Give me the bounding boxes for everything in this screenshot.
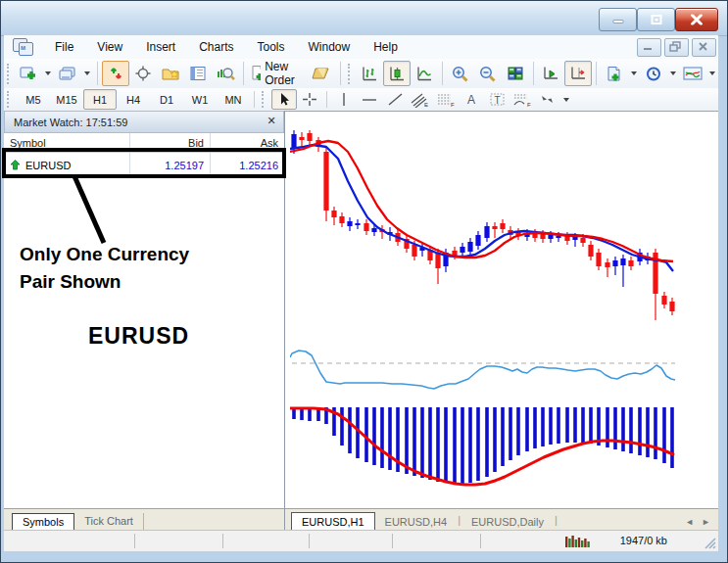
menu-tools[interactable]: Tools bbox=[246, 37, 297, 57]
templates-button[interactable] bbox=[679, 61, 706, 86]
periods-button[interactable] bbox=[640, 61, 667, 86]
menu-bar: ᴍ File View Insert Charts Tools Window H… bbox=[4, 35, 718, 60]
equidistant-channel-icon: E bbox=[411, 92, 430, 108]
trendline-tool-button[interactable] bbox=[382, 89, 408, 110]
mdi-minimize-button[interactable] bbox=[637, 38, 661, 57]
market-watch-toggle-button[interactable] bbox=[102, 61, 129, 86]
navigator-button[interactable] bbox=[157, 61, 184, 86]
indicators-button[interactable] bbox=[601, 61, 628, 86]
crosshair-tool-button[interactable] bbox=[297, 89, 322, 110]
window-minimize-button[interactable] bbox=[599, 8, 637, 31]
navigator-folder-star-icon bbox=[162, 66, 180, 81]
tab-scroll-left-arrow[interactable]: ◄ bbox=[685, 517, 694, 527]
fibonacci-arcs-tool-button[interactable]: F bbox=[510, 89, 535, 110]
bar-chart-type-button[interactable] bbox=[356, 61, 383, 86]
timeframe-mn-button[interactable]: MN bbox=[217, 89, 250, 110]
zoom-in-button[interactable] bbox=[447, 61, 474, 86]
toolbar-grip[interactable] bbox=[348, 64, 353, 84]
periods-dropdown-caret[interactable] bbox=[670, 71, 676, 75]
timeframe-h1-button[interactable]: H1 bbox=[83, 89, 117, 110]
tab-tick-chart[interactable]: Tick Chart bbox=[74, 513, 144, 530]
menu-file[interactable]: File bbox=[43, 37, 85, 57]
chart-tab-eurusd-daily[interactable]: EURUSD,Daily bbox=[461, 513, 554, 531]
tile-windows-button[interactable] bbox=[502, 61, 529, 86]
tab-divider: | bbox=[554, 514, 558, 526]
menu-insert[interactable]: Insert bbox=[134, 37, 187, 57]
traffic-counter: 1947/0 kb bbox=[620, 535, 667, 546]
chart-tab-eurusd-h4[interactable]: EURUSD,H4 bbox=[375, 513, 458, 531]
text-tool-button[interactable]: A bbox=[459, 89, 484, 110]
menu-charts[interactable]: Charts bbox=[187, 37, 245, 57]
arrow-tools-dropdown-caret[interactable] bbox=[563, 98, 569, 102]
auto-scroll-button[interactable] bbox=[537, 61, 564, 86]
new-chart-button[interactable] bbox=[15, 61, 42, 86]
price-up-arrow-icon bbox=[10, 160, 21, 170]
terminal-button[interactable] bbox=[184, 61, 212, 86]
metaeditor-button[interactable] bbox=[309, 61, 336, 86]
menu-help[interactable]: Help bbox=[362, 37, 410, 57]
zoom-out-button[interactable] bbox=[474, 61, 502, 86]
timeframe-m15-button[interactable]: M15 bbox=[50, 89, 83, 110]
toolbar-separator bbox=[533, 62, 534, 84]
menu-view[interactable]: View bbox=[85, 37, 134, 57]
new-order-icon bbox=[250, 65, 261, 82]
candlestick-chart-type-button[interactable] bbox=[383, 61, 411, 86]
column-header-ask[interactable]: Ask bbox=[210, 133, 284, 152]
mdi-restore-button[interactable] bbox=[664, 38, 689, 57]
data-window-button[interactable] bbox=[129, 61, 157, 86]
svg-text:E: E bbox=[424, 102, 428, 108]
horizontal-line-icon bbox=[361, 92, 378, 107]
terminal-icon bbox=[189, 66, 207, 81]
chart-shift-button[interactable] bbox=[564, 61, 592, 86]
strategy-tester-button[interactable] bbox=[212, 61, 239, 86]
metaeditor-icon bbox=[312, 66, 332, 81]
new-chart-dropdown-caret[interactable] bbox=[45, 71, 51, 75]
mdi-close-button[interactable] bbox=[692, 38, 716, 57]
zoom-out-icon bbox=[478, 66, 497, 82]
fibonacci-retracement-tool-button[interactable]: F bbox=[433, 89, 459, 110]
timeframe-h4-button[interactable]: H4 bbox=[117, 89, 150, 110]
profiles-dropdown-caret[interactable] bbox=[84, 71, 90, 75]
equidistant-channel-tool-button[interactable]: E bbox=[408, 89, 433, 110]
indicators-dropdown-caret[interactable] bbox=[631, 71, 637, 75]
toolbar-separator bbox=[326, 91, 327, 109]
text-label-tool-button[interactable]: T bbox=[484, 89, 510, 110]
vertical-line-tool-button[interactable] bbox=[331, 89, 357, 110]
horizontal-line-tool-button[interactable] bbox=[357, 89, 382, 110]
column-header-symbol[interactable]: Symbol bbox=[4, 133, 129, 152]
arrow-tools-button[interactable] bbox=[535, 89, 560, 110]
window-close-button[interactable] bbox=[675, 8, 718, 31]
tab-scroll-right-arrow[interactable]: ► bbox=[702, 517, 710, 527]
cursor-tool-button[interactable] bbox=[271, 89, 297, 110]
toolbar-grip[interactable] bbox=[262, 91, 268, 107]
auto-scroll-icon bbox=[542, 66, 559, 81]
toolbar-separator bbox=[596, 62, 597, 84]
toolbar-grip[interactable] bbox=[7, 64, 12, 84]
profiles-icon bbox=[59, 66, 77, 82]
toolbar-grip[interactable] bbox=[7, 91, 14, 107]
zoom-in-icon bbox=[451, 66, 469, 82]
tab-symbols[interactable]: Symbols bbox=[12, 513, 74, 531]
symbol-row-eurusd[interactable]: EURUSD 1.25197 1.25216 bbox=[4, 153, 284, 178]
window-maximize-button[interactable] bbox=[637, 8, 675, 31]
chart-canvas[interactable] bbox=[290, 116, 718, 509]
line-chart-type-button[interactable] bbox=[411, 61, 438, 86]
chart-tab-strip: EURUSD,H1 EURUSD,H4 | EURUSD,Daily | ◄ ► bbox=[285, 508, 718, 531]
timeframe-m5-button[interactable]: M5 bbox=[17, 89, 50, 110]
templates-dropdown-caret[interactable] bbox=[709, 71, 715, 75]
resize-grip[interactable] bbox=[704, 537, 717, 550]
column-header-bid[interactable]: Bid bbox=[129, 133, 210, 152]
market-watch-titlebar[interactable]: Market Watch: 17:51:59 ✕ bbox=[4, 111, 284, 133]
minimize-icon bbox=[612, 16, 624, 24]
market-watch-close-button[interactable]: ✕ bbox=[265, 115, 278, 128]
chart-tab-eurusd-h1[interactable]: EURUSD,H1 bbox=[291, 512, 375, 531]
timeframe-d1-button[interactable]: D1 bbox=[150, 89, 183, 110]
candlestick-chart-type-icon bbox=[388, 66, 406, 81]
timeframe-w1-button[interactable]: W1 bbox=[183, 89, 217, 110]
new-order-button[interactable]: New Order bbox=[248, 61, 309, 86]
status-divider bbox=[480, 534, 481, 548]
menu-window[interactable]: Window bbox=[297, 37, 363, 57]
svg-text:T: T bbox=[494, 95, 500, 106]
profiles-button[interactable] bbox=[54, 61, 81, 86]
toolbar-separator bbox=[442, 62, 443, 84]
